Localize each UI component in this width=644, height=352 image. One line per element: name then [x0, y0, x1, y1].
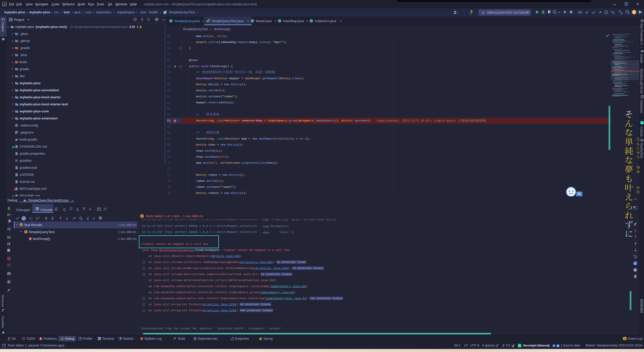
- svg-text:C: C: [170, 20, 172, 22]
- svg-text:9: 9: [9, 214, 11, 216]
- svg-text:I: I: [91, 209, 92, 211]
- svg-text:C: C: [311, 20, 312, 22]
- svg-text:z: z: [31, 218, 32, 220]
- svg-text:A: A: [621, 12, 623, 15]
- svg-text:<>: <>: [15, 189, 16, 190]
- svg-text:C: C: [252, 20, 253, 22]
- svg-text:C: C: [279, 20, 280, 22]
- svg-text:MD: MD: [12, 147, 14, 148]
- svg-text:9+: 9+: [624, 338, 626, 340]
- svg-text:IJ: IJ: [4, 3, 5, 6]
